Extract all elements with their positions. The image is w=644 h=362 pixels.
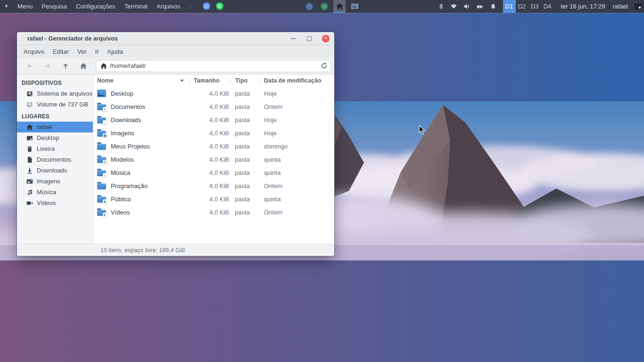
file-type: pasta [230, 169, 261, 176]
sidebar-item-rafael[interactable]: rafael [17, 122, 93, 132]
file-name-cell: DModelos [93, 156, 190, 163]
panel-menu-menu[interactable]: Menu [17, 3, 33, 10]
sidebar-item-label: Downloads [37, 167, 67, 174]
launcher-chromium[interactable] [202, 2, 211, 10]
home-icon [336, 3, 343, 10]
back-button[interactable] [21, 60, 39, 72]
up-button[interactable] [57, 60, 74, 72]
battery-icon[interactable] [477, 3, 484, 10]
file-row-downloads[interactable]: ↓Downloads4,0 KiBpastaHoje [93, 113, 334, 126]
file-name-cell: Meus Projetos [93, 142, 190, 150]
devices-list: Sistema de arquivosVolume de 737 GB [17, 88, 93, 110]
file-name-cell: ►Vídeos [93, 208, 190, 216]
file-size: 4,0 KiB [190, 182, 230, 189]
column-header-nome[interactable]: Nome [93, 74, 190, 87]
path-text[interactable]: /home/rafael/ [110, 62, 321, 69]
path-bar[interactable]: /home/rafael/ [96, 60, 331, 72]
mouse-cursor [419, 125, 425, 135]
music-icon [26, 189, 33, 196]
panel-user[interactable]: rafael [612, 3, 628, 10]
menu-arquivo[interactable]: Arquivo [24, 48, 44, 55]
trash-icon [26, 146, 33, 152]
task-spotify[interactable] [318, 0, 330, 13]
file-modified: Ontem [261, 209, 334, 216]
sidebar-item-volume-de-737-gb[interactable]: Volume de 737 GB [17, 99, 93, 110]
sidebar-item-documentos[interactable]: Documentos [17, 154, 93, 165]
sidebar-item-musica[interactable]: Música [17, 187, 93, 197]
panel-menu-terminal[interactable]: Terminal [124, 3, 148, 10]
file-row-publico[interactable]: ☻Público4,0 KiBpastaquinta [93, 192, 334, 206]
file-size: 4,0 KiB [190, 116, 230, 123]
file-name: Vídeos [111, 209, 130, 216]
file-row-videos[interactable]: ►Vídeos4,0 KiBpastaOntem [93, 206, 334, 219]
desktop-icon [26, 135, 33, 141]
file-row-imagens[interactable]: ▦Imagens4,0 KiBpastaHoje [93, 126, 334, 140]
sidebar-item-desktop[interactable]: Desktop [17, 132, 93, 143]
desktop-icon [97, 90, 106, 97]
menu-ajuda[interactable]: Ajuda [107, 48, 123, 55]
menu-ver[interactable]: Ver [77, 48, 87, 55]
volume-icon[interactable] [463, 3, 471, 10]
file-type: pasta [230, 196, 261, 203]
menu-caret-icon[interactable]: ▼ [4, 4, 8, 8]
minimize-button[interactable] [291, 38, 296, 39]
bell-icon[interactable] [490, 3, 496, 10]
file-size: 4,0 KiB [190, 130, 230, 137]
file-row-meus-projetos[interactable]: Meus Projetos4,0 KiBpastadomingo [93, 140, 334, 153]
column-header-tipo[interactable]: Tipo [230, 74, 261, 87]
overflow-separator-icon[interactable]: ⋮ [187, 3, 193, 10]
workspace-d3[interactable]: D3 [528, 0, 541, 13]
panel-clock[interactable]: ter 16 jun, 17:29 [561, 3, 605, 10]
file-type: pasta [230, 90, 261, 97]
file-modified: quinta [261, 196, 334, 203]
file-row-modelos[interactable]: DModelos4,0 KiBpastaquinta [93, 153, 334, 166]
file-row-documentos[interactable]: ≡Documentos4,0 KiBpastaOntem [93, 100, 334, 113]
panel-menu-configuracoes[interactable]: Configurações [76, 3, 116, 10]
task-home[interactable] [333, 0, 346, 13]
bluetooth-icon[interactable] [438, 3, 444, 9]
sidebar-item-label: Imagens [37, 178, 60, 185]
forward-button[interactable] [39, 60, 57, 72]
panel-menu-arquivos[interactable]: Arquivos [157, 3, 181, 10]
workspace-d4[interactable]: D4 [541, 0, 554, 13]
task-window[interactable] [348, 0, 361, 13]
show-desktop-icon[interactable] [635, 3, 642, 9]
workspace-d1[interactable]: D1 [503, 0, 516, 13]
task-chromium[interactable] [303, 0, 315, 13]
document-icon [26, 156, 33, 163]
sidebar-item-videos[interactable]: Vídeos [17, 197, 93, 208]
titlebar[interactable]: rafael - Gerenciador de arquivos [17, 32, 334, 45]
workspace-d2[interactable]: D2 [516, 0, 528, 13]
menu-editar[interactable]: Editar [53, 48, 69, 55]
file-modified: Ontem [261, 182, 334, 189]
file-type: pasta [230, 116, 261, 123]
file-row-musica[interactable]: ♪Música4,0 KiBpastaquinta [93, 166, 334, 179]
column-header-tamanho[interactable]: Tamanho [190, 74, 230, 87]
file-modified: Ontem [261, 103, 334, 110]
file-row-desktop[interactable]: Desktop4,0 KiBpastaHoje [93, 87, 334, 100]
file-name-cell: ☻Público [93, 195, 190, 203]
file-name: Música [111, 169, 130, 176]
file-row-programacao[interactable]: Programação4,0 KiBpastaOntem [93, 179, 334, 192]
maximize-button[interactable] [307, 36, 312, 41]
panel-menu-pesquisa[interactable]: Pesquisa [41, 3, 66, 10]
sidebar-item-imagens[interactable]: Imagens [17, 176, 93, 187]
panel-menu-items: MenuPesquisaConfiguraçõesTerminalArquivo… [17, 3, 181, 10]
file-name-cell: Programação [93, 182, 190, 189]
file-name: Desktop [111, 90, 133, 97]
home-button[interactable] [74, 60, 92, 72]
workspace-switcher: D1D2D3D4 [503, 0, 554, 13]
column-header-data[interactable]: Data de modificação [261, 74, 334, 87]
menu-ir[interactable]: Ir [95, 48, 99, 55]
sidebar-item-sistema-de-arquivos[interactable]: Sistema de arquivos [17, 88, 93, 99]
launcher-spotify[interactable] [215, 2, 224, 10]
file-manager-window: rafael - Gerenciador de arquivos Arquivo… [17, 32, 334, 256]
refresh-icon[interactable] [321, 62, 328, 69]
sidebar-item-lixeira[interactable]: Lixeira [17, 143, 93, 154]
file-size: 4,0 KiB [190, 90, 230, 97]
sidebar-item-downloads[interactable]: Downloads [17, 165, 93, 176]
spotify-icon [320, 2, 329, 11]
close-button[interactable] [322, 35, 330, 42]
wifi-icon[interactable] [450, 3, 457, 10]
file-name-cell: ♪Música [93, 169, 190, 176]
